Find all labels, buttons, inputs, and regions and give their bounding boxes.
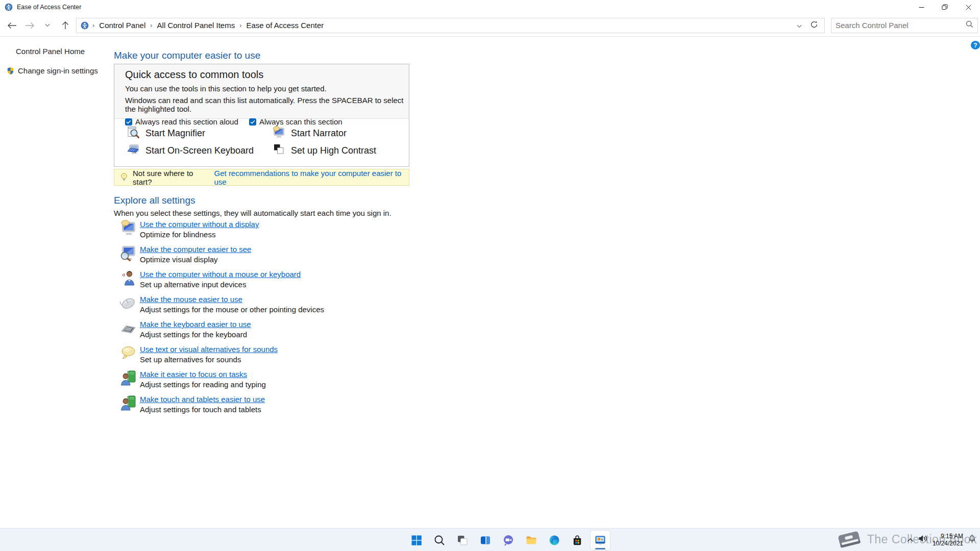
- monitor-speech-icon: [120, 219, 137, 236]
- page-title: Make your computer easier to use: [114, 50, 260, 61]
- setting-link[interactable]: Use the computer without a display: [140, 220, 259, 229]
- uac-shield-icon: [7, 67, 14, 75]
- back-icon[interactable]: [6, 19, 17, 32]
- chat-icon[interactable]: [498, 530, 519, 550]
- keyboard-monitor-icon: [127, 143, 140, 158]
- person-speaking-icon: [120, 269, 137, 286]
- ease-of-access-app-icon: [5, 3, 13, 11]
- title-bar: Ease of Access Center: [0, 0, 980, 14]
- list-item-sound-alternatives: Use text or visual alternatives for soun…: [114, 344, 440, 369]
- breadcrumb-app-icon: [81, 21, 89, 30]
- volume-icon[interactable]: [918, 534, 928, 545]
- list-item-no-display: Use the computer without a display Optim…: [114, 219, 440, 244]
- address-dropdown-icon[interactable]: [797, 21, 802, 30]
- explore-settings-list: Use the computer without a display Optim…: [114, 219, 440, 419]
- ease-of-access-taskbar-icon[interactable]: [590, 530, 610, 550]
- quick-access-line1: You can use the tools in this section to…: [125, 84, 409, 93]
- recommendations-notice: Not sure where to start? Get recommendat…: [114, 169, 409, 186]
- window-title: Ease of Access Center: [17, 4, 81, 11]
- breadcrumb-separator: ›: [90, 21, 97, 29]
- breadcrumb-separator: ›: [148, 21, 155, 29]
- search-box[interactable]: [831, 18, 978, 33]
- setting-subtitle: Set up alternatives for sounds: [140, 355, 241, 364]
- quick-access-section: Quick access to common tools You can use…: [114, 64, 409, 167]
- store-icon[interactable]: [567, 530, 587, 550]
- clock-time: 9:15 AM: [933, 533, 963, 540]
- start-narrator-button[interactable]: Start Narrator: [272, 126, 347, 141]
- list-item-mouse: Make the mouse easier to use Adjust sett…: [114, 294, 440, 319]
- mouse-icon: [120, 294, 137, 311]
- search-icon[interactable]: [966, 20, 973, 30]
- notice-text: Not sure where to start?: [133, 169, 212, 186]
- breadcrumb-ease-of-access[interactable]: Ease of Access Center: [244, 20, 326, 31]
- taskbar-clock[interactable]: 9:15 AM 10/24/2021: [933, 533, 963, 547]
- speech-bubble-icon: [120, 344, 137, 361]
- setting-subtitle: Adjust settings for the mouse or other p…: [140, 305, 324, 314]
- window-body: ? Control Panel Home Change sign-in sett…: [0, 37, 980, 528]
- minimize-button[interactable]: [910, 0, 933, 14]
- list-item-easier-to-see: Make the computer easier to see Optimize…: [114, 244, 440, 269]
- up-icon[interactable]: [60, 19, 71, 32]
- breadcrumb-all-items[interactable]: All Control Panel Items: [155, 20, 237, 31]
- navigation-bar: › Control Panel › All Control Panel Item…: [0, 14, 980, 37]
- taskbar-icons: [406, 529, 610, 551]
- taskbar-search-icon[interactable]: [429, 530, 450, 550]
- setting-subtitle: Set up alternative input devices: [140, 280, 246, 289]
- keyboard-icon: [120, 319, 137, 336]
- setting-link[interactable]: Make the keyboard easier to use: [140, 320, 251, 329]
- explore-title: Explore all settings: [114, 195, 195, 206]
- quick-access-line2: Windows can read and scan this list auto…: [125, 96, 409, 113]
- monitor-magnifier-icon: [120, 244, 137, 261]
- widgets-icon[interactable]: [475, 530, 496, 550]
- active-app-indicator: [595, 548, 605, 549]
- clock-date: 10/24/2021: [933, 540, 963, 547]
- search-input[interactable]: [836, 21, 966, 30]
- restore-button[interactable]: [933, 0, 957, 14]
- setting-link[interactable]: Use the computer without a mouse or keyb…: [140, 270, 301, 279]
- start-magnifier-button[interactable]: Start Magnifier: [127, 126, 205, 141]
- address-bar[interactable]: › Control Panel › All Control Panel Item…: [76, 18, 825, 33]
- high-contrast-icon: [272, 143, 285, 158]
- close-button[interactable]: [957, 0, 980, 14]
- refresh-icon[interactable]: [810, 20, 818, 30]
- task-view-icon[interactable]: [452, 530, 473, 550]
- taskbar: The Collection Book: [0, 528, 980, 551]
- setting-subtitle: Adjust settings for touch and tablets: [140, 405, 261, 414]
- setting-link[interactable]: Make the computer easier to see: [140, 245, 251, 254]
- ease-of-access-window: Ease of Access Center: [0, 0, 980, 551]
- setting-subtitle: Adjust settings for the keyboard: [140, 330, 247, 339]
- monitor-speech-icon: [272, 126, 285, 141]
- explore-subtitle: When you select these settings, they wil…: [114, 209, 391, 217]
- list-item-keyboard: Make the keyboard easier to use Adjust s…: [114, 319, 440, 344]
- setting-subtitle: Optimize visual display: [140, 255, 218, 264]
- setting-link[interactable]: Make touch and tablets easier to use: [140, 395, 265, 404]
- notification-bell-icon[interactable]: [968, 534, 976, 545]
- setting-link[interactable]: Make the mouse easier to use: [140, 295, 242, 304]
- recent-pages-chevron-icon[interactable]: [42, 19, 53, 32]
- lightbulb-icon: [120, 172, 128, 183]
- list-item-touch-tablets: Make touch and tablets easier to use Adj…: [114, 394, 440, 419]
- get-recommendations-link[interactable]: Get recommendations to make your compute…: [214, 169, 409, 186]
- list-item-focus-tasks: Make it easier to focus on tasks Adjust …: [114, 369, 440, 394]
- breadcrumb-separator: ›: [237, 21, 244, 29]
- list-item-no-mouse-keyboard: Use the computer without a mouse or keyb…: [114, 269, 440, 294]
- person-book-icon: [120, 369, 137, 386]
- system-tray: 9:15 AM 10/24/2021: [907, 528, 980, 551]
- sidebar-item-control-panel-home[interactable]: Control Panel Home: [16, 47, 112, 56]
- file-explorer-icon[interactable]: [521, 530, 542, 550]
- breadcrumb-control-panel[interactable]: Control Panel: [97, 20, 148, 31]
- magnifier-page-icon: [127, 126, 140, 141]
- person-book-icon: [120, 394, 137, 411]
- setting-link[interactable]: Make it easier to focus on tasks: [140, 370, 247, 379]
- setting-subtitle: Optimize for blindness: [140, 230, 215, 239]
- forward-icon[interactable]: [24, 19, 35, 32]
- tray-chevron-up-icon[interactable]: [907, 535, 914, 544]
- edge-icon[interactable]: [544, 530, 565, 550]
- high-contrast-button[interactable]: Set up High Contrast: [272, 143, 376, 158]
- setting-link[interactable]: Use text or visual alternatives for soun…: [140, 345, 278, 354]
- main-content: Make your computer easier to use Quick a…: [114, 37, 980, 528]
- start-onscreen-keyboard-button[interactable]: Start On-Screen Keyboard: [127, 143, 254, 158]
- start-button[interactable]: [406, 530, 427, 550]
- sidebar: Control Panel Home Change sign-in settin…: [0, 37, 112, 86]
- sidebar-item-change-signin-settings[interactable]: Change sign-in settings: [7, 66, 112, 75]
